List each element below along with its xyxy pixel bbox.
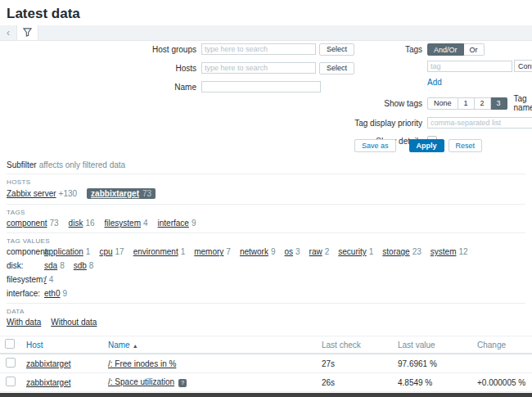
item-name-link[interactable]: /: Free inodes in % xyxy=(108,359,176,368)
row-checkbox[interactable] xyxy=(6,358,16,368)
last-check-cell: 27s xyxy=(317,354,393,373)
subfilter-tag-count: 16 xyxy=(85,219,94,228)
filter-left-column: Host groups Select Hosts Select Name xyxy=(0,43,354,100)
subfilter-tag-value-link[interactable]: network xyxy=(240,247,268,256)
subfilter-tag-value: environment1 xyxy=(133,247,186,256)
subfilter-tag-value-link[interactable]: environment xyxy=(133,247,178,256)
save-as-button[interactable]: Save as xyxy=(354,139,396,152)
show-tags-option-3[interactable]: 3 xyxy=(491,97,507,110)
subfilter-tags-label: TAGS xyxy=(7,205,525,219)
add-tag-link[interactable]: Add xyxy=(427,78,442,87)
page-title: Latest data xyxy=(0,0,532,25)
filter-funnel-icon xyxy=(23,28,32,38)
subfilter-tag-value-link[interactable]: system xyxy=(431,247,457,256)
name-input[interactable] xyxy=(201,81,321,92)
filter-tabbar: ‹ xyxy=(0,25,532,41)
filter-panel: Host groups Select Hosts Select Name Tag… xyxy=(0,41,532,155)
last-value-cell: 97.6961 % xyxy=(393,354,472,373)
subfilter-tag-value-link[interactable]: raw xyxy=(309,247,322,256)
tag-input[interactable] xyxy=(427,61,512,72)
subfilter-data-link[interactable]: With data xyxy=(7,318,41,327)
name-label: Name xyxy=(0,83,196,92)
last-value-cell: 4.8549 % xyxy=(393,373,472,392)
table-row: zabbixtarget/: Free inodes in %27s97.696… xyxy=(0,354,532,373)
subfilter-title: Subfilteraffects only filtered data xyxy=(7,155,525,174)
subfilter-tag-link[interactable]: disk xyxy=(69,219,83,228)
subfilter-tag: interface9 xyxy=(158,219,196,228)
select-all-header-cell xyxy=(0,336,21,354)
tag-display-priority-input[interactable] xyxy=(427,117,532,129)
subfilter-tag: filesystem4 xyxy=(105,219,148,228)
subfilter-tag-value-link[interactable]: memory xyxy=(194,247,223,256)
tag-value-key: filesystem: xyxy=(7,275,44,284)
host-cell: zabbixtarget xyxy=(21,354,103,373)
item-name-cell: /: Space utilization? xyxy=(103,373,317,392)
row-checkbox[interactable] xyxy=(6,377,16,386)
host-link[interactable]: zabbixtarget xyxy=(26,378,70,387)
subfilter-host-name: zabbixtarget xyxy=(91,189,139,198)
tags-mode-option-and-or[interactable]: And/Or xyxy=(427,43,464,56)
host-groups-label: Host groups xyxy=(0,45,196,54)
subfilter-tag-value-link[interactable]: os xyxy=(284,247,293,256)
subfilter-tag-value: system12 xyxy=(431,247,468,256)
tag-value-items: eth09 xyxy=(44,289,76,298)
tag-value-row: disk:sda8sdb8 xyxy=(7,261,525,270)
subfilter-tag-value-link[interactable]: / xyxy=(44,275,47,284)
subfilter-tag-value-link[interactable]: application xyxy=(44,247,83,256)
tags-mode-option-or[interactable]: Or xyxy=(464,43,485,56)
subfilter-host-count: +130 xyxy=(59,189,78,198)
subfilter-tag-value-count: 9 xyxy=(62,289,67,298)
subfilter-host-link[interactable]: Zabbix server xyxy=(7,189,56,198)
subfilter-tag-link[interactable]: component xyxy=(7,219,47,228)
table-row: zabbixtarget/: Space utilization?26s4.85… xyxy=(0,373,532,392)
subfilter-tag-value: security1 xyxy=(338,247,373,256)
filter-buttons: Save as Apply Reset xyxy=(354,139,482,152)
subfilter-tag-link[interactable]: filesystem xyxy=(105,219,141,228)
table-header-row: HostName▲Last checkLast valueChange xyxy=(0,336,532,354)
tag-operator-dropdown[interactable]: Contains xyxy=(514,60,532,72)
subfilter-tag: disk16 xyxy=(69,219,95,228)
subfilter-tag-value-link[interactable]: eth0 xyxy=(44,289,60,298)
show-tags-label: Show tags xyxy=(352,99,422,108)
subfilter-host: Zabbix server+130 xyxy=(7,189,77,198)
show-tags-option-2[interactable]: 2 xyxy=(475,97,491,110)
collapse-filter-chevron[interactable]: ‹ xyxy=(0,25,16,40)
subfilter-data-option: With data xyxy=(7,318,41,327)
host-link[interactable]: zabbixtarget xyxy=(26,359,70,368)
subfilter-tag-value-count: 23 xyxy=(413,247,422,256)
subfilter-tag-value-count: 8 xyxy=(60,261,65,270)
filter-right-column: Tags And/OrOr Contains Add Show tags Non… xyxy=(352,43,532,151)
hosts-input[interactable] xyxy=(201,62,316,74)
tab-filter[interactable] xyxy=(16,25,38,40)
subfilter-tag-value: sdb8 xyxy=(74,261,94,270)
show-tags-option-1[interactable]: 1 xyxy=(458,97,475,110)
tags-mode-segmented: And/OrOr xyxy=(427,43,485,56)
hosts-select-button[interactable]: Select xyxy=(319,62,354,74)
subfilter-tag-link[interactable]: interface xyxy=(158,219,189,228)
host-groups-select-button[interactable]: Select xyxy=(319,43,354,56)
item-name-link[interactable]: /: Space utilization xyxy=(108,377,174,386)
column-header-name[interactable]: Name▲ xyxy=(103,336,317,354)
subfilter-tag-value-count: 1 xyxy=(369,247,374,256)
select-all-checkbox[interactable] xyxy=(5,339,15,349)
apply-button[interactable]: Apply xyxy=(409,139,444,152)
subfilter-tag-value-link[interactable]: cpu xyxy=(99,247,112,256)
subfilter-tag-value-link[interactable]: sdb xyxy=(74,261,87,270)
subfilter-tag-value-link[interactable]: storage xyxy=(382,247,409,256)
host-groups-input[interactable] xyxy=(201,43,316,55)
subfilter-data-link[interactable]: Without data xyxy=(51,318,97,327)
show-tags-option-none[interactable]: None xyxy=(427,97,458,110)
hint-icon[interactable]: ? xyxy=(178,379,187,387)
subfilter-tag-value-link[interactable]: security xyxy=(338,247,366,256)
tag-display-priority-label: Tag display priority xyxy=(352,119,422,128)
column-header-host[interactable]: Host xyxy=(21,336,103,354)
tag-value-items: /4 xyxy=(44,275,62,284)
tags-label: Tags xyxy=(352,45,422,54)
subfilter-tag-value-link[interactable]: sda xyxy=(44,261,57,270)
tag-value-row: interface:eth09 xyxy=(7,289,525,298)
subfilter-tag-value-count: 17 xyxy=(115,247,124,256)
subfilter-tag-value-count: 7 xyxy=(226,247,231,256)
reset-button[interactable]: Reset xyxy=(449,139,483,152)
subfilter-host-selected[interactable]: zabbixtarget73 xyxy=(87,188,156,199)
tag-value-key: component: xyxy=(7,247,44,256)
